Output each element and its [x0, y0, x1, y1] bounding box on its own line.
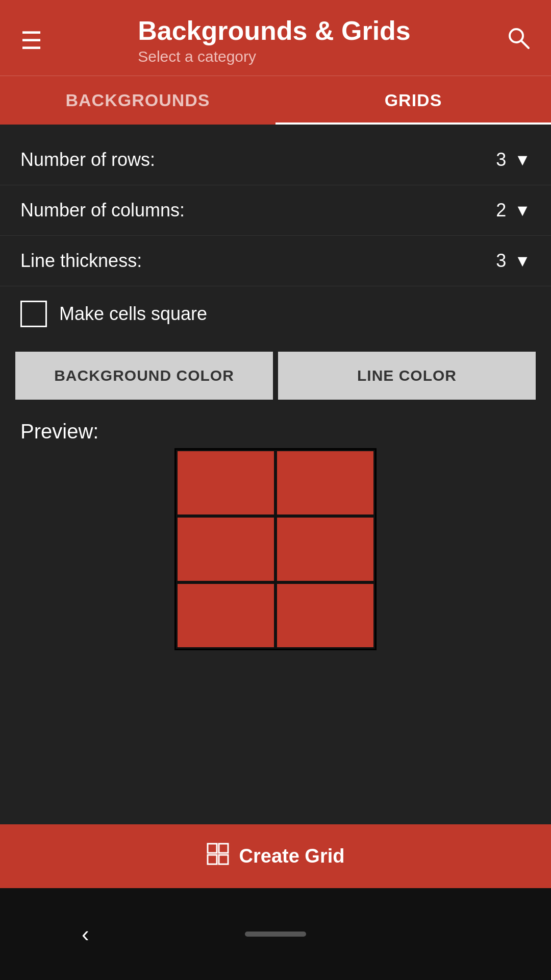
grid-cell-6	[276, 582, 375, 649]
svg-rect-3	[219, 844, 228, 853]
rows-setting: Number of rows: 3 ▼	[0, 135, 551, 185]
rows-value: 3	[496, 149, 506, 170]
line-color-button[interactable]: LINE COLOR	[278, 352, 536, 400]
grid-cell-1	[176, 450, 276, 516]
line-thickness-setting: Line thickness: 3 ▼	[0, 236, 551, 286]
grid-cell-3	[176, 516, 276, 582]
make-cells-square-label: Make cells square	[59, 303, 207, 325]
rows-label: Number of rows:	[20, 149, 155, 170]
columns-setting: Number of columns: 2 ▼	[0, 185, 551, 236]
columns-value: 2	[496, 200, 506, 221]
search-icon[interactable]	[506, 26, 531, 56]
page-subtitle: Select a category	[138, 48, 256, 65]
preview-grid	[174, 448, 377, 650]
make-cells-square-checkbox[interactable]	[20, 301, 47, 327]
background-color-button[interactable]: BACKGROUND COLOR	[15, 352, 273, 400]
preview-grid-container	[20, 448, 531, 650]
preview-label: Preview:	[20, 420, 98, 443]
home-indicator[interactable]	[245, 932, 306, 937]
content-area: Number of rows: 3 ▼ Number of columns: 2…	[0, 125, 551, 824]
line-thickness-dropdown[interactable]: 3 ▼	[496, 250, 531, 272]
create-grid-label: Create Grid	[239, 845, 345, 867]
tab-backgrounds[interactable]: BACKGROUNDS	[0, 76, 276, 125]
svg-rect-5	[219, 855, 228, 864]
grid-cell-4	[276, 516, 375, 582]
menu-icon[interactable]: ☰	[20, 26, 42, 55]
svg-rect-2	[208, 844, 217, 853]
color-buttons-row: BACKGROUND COLOR LINE COLOR	[15, 352, 536, 400]
svg-line-1	[521, 41, 529, 48]
grid-cell-5	[176, 582, 276, 649]
create-grid-button[interactable]: Create Grid	[0, 824, 551, 888]
bottom-nav-bar: ‹	[0, 888, 551, 980]
make-cells-square-row: Make cells square	[0, 286, 551, 341]
columns-arrow-icon: ▼	[514, 201, 531, 220]
rows-arrow-icon: ▼	[514, 151, 531, 169]
rows-dropdown[interactable]: 3 ▼	[496, 149, 531, 170]
line-thickness-arrow-icon: ▼	[514, 252, 531, 271]
page-title: Backgrounds & Grids	[138, 15, 411, 46]
back-button[interactable]: ‹	[82, 921, 89, 947]
columns-label: Number of columns:	[20, 200, 185, 221]
grid-cell-2	[276, 450, 375, 516]
header-center: Backgrounds & Grids Select a category	[138, 15, 411, 65]
create-grid-icon	[207, 843, 229, 870]
tab-bar: BACKGROUNDS GRIDS	[0, 76, 551, 125]
preview-section: Preview:	[0, 410, 551, 660]
svg-rect-4	[208, 855, 217, 864]
app-header: ☰ Backgrounds & Grids Select a category	[0, 0, 551, 76]
line-thickness-value: 3	[496, 250, 506, 272]
columns-dropdown[interactable]: 2 ▼	[496, 200, 531, 221]
tab-grids[interactable]: GRIDS	[276, 76, 551, 125]
line-thickness-label: Line thickness:	[20, 250, 142, 272]
